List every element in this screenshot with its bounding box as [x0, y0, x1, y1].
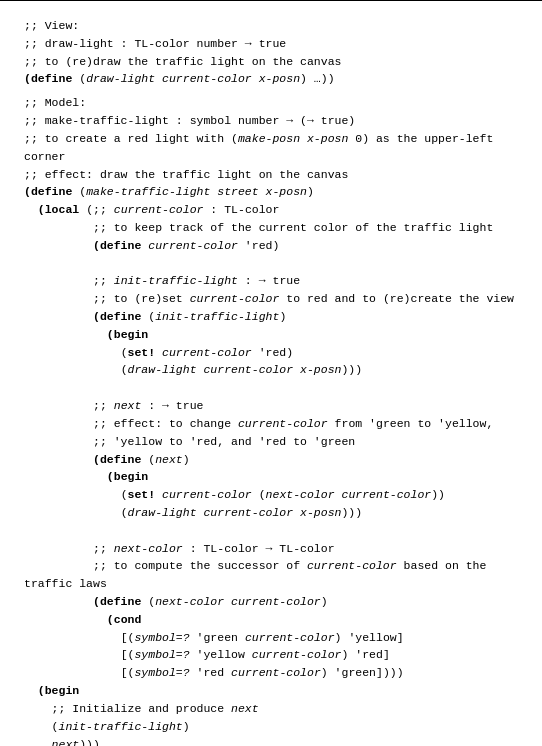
model-line26: [(symbol=? 'yellow current-color) 'red]	[24, 646, 518, 664]
model-line12: (set! current-color 'red)	[24, 344, 518, 362]
model-line6: ;; to keep track of the current color of…	[24, 219, 518, 237]
view-line1: ;; draw-light : TL-color number → true	[24, 35, 518, 53]
model-line18: (begin	[24, 468, 518, 486]
model-line30: (init-traffic-light)	[24, 718, 518, 736]
model-line23: (define (next-color current-color)	[24, 593, 518, 611]
model-line21: ;; next-color : TL-color → TL-color	[24, 540, 518, 558]
model-section: ;; Model: ;; make-traffic-light : symbol…	[24, 94, 518, 746]
model-line20: (draw-light current-color x-posn)))	[24, 504, 518, 522]
model-line15: ;; effect: to change current-color from …	[24, 415, 518, 433]
model-line17: (define (next)	[24, 451, 518, 469]
blank2	[24, 379, 518, 397]
model-line19: (set! current-color (next-color current-…	[24, 486, 518, 504]
model-line11: (begin	[24, 326, 518, 344]
view-line3: (define (draw-light current-color x-posn…	[24, 70, 518, 88]
blank3	[24, 522, 518, 540]
model-line27: [(symbol=? 'red current-color) 'green]))…	[24, 664, 518, 682]
model-line4: (define (make-traffic-light street x-pos…	[24, 183, 518, 201]
model-line2: ;; to create a red light with (make-posn…	[24, 130, 518, 166]
page-container: ;; View: ;; draw-light : TL-color number…	[0, 0, 542, 746]
model-line29: ;; Initialize and produce next	[24, 700, 518, 718]
model-line9: ;; to (re)set current-color to red and t…	[24, 290, 518, 308]
model-line5: (local (;; current-color : TL-color	[24, 201, 518, 219]
model-line22: ;; to compute the successor of current-c…	[24, 557, 518, 593]
model-line16: ;; 'yellow to 'red, and 'red to 'green	[24, 433, 518, 451]
model-line8: ;; init-traffic-light : → true	[24, 272, 518, 290]
model-line28: (begin	[24, 682, 518, 700]
model-line13: (draw-light current-color x-posn)))	[24, 361, 518, 379]
model-line1: ;; make-traffic-light : symbol number → …	[24, 112, 518, 130]
view-header: ;; View:	[24, 17, 518, 35]
model-line31: next)))	[24, 736, 518, 747]
model-line24: (cond	[24, 611, 518, 629]
model-line3: ;; effect: draw the traffic light on the…	[24, 166, 518, 184]
model-line14: ;; next : → true	[24, 397, 518, 415]
blank1	[24, 255, 518, 273]
view-line2: ;; to (re)draw the traffic light on the …	[24, 53, 518, 71]
model-line10: (define (init-traffic-light)	[24, 308, 518, 326]
model-line25: [(symbol=? 'green current-color) 'yellow…	[24, 629, 518, 647]
model-line7: (define current-color 'red)	[24, 237, 518, 255]
view-section: ;; View: ;; draw-light : TL-color number…	[24, 17, 518, 88]
model-header: ;; Model:	[24, 94, 518, 112]
